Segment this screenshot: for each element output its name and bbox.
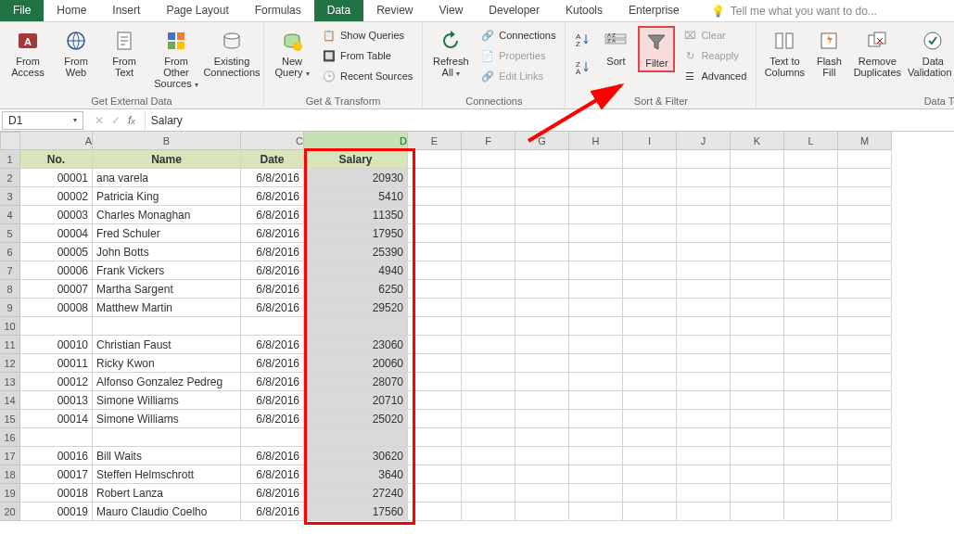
cell[interactable] <box>623 428 677 447</box>
cell[interactable] <box>838 280 892 299</box>
cell[interactable] <box>623 280 677 299</box>
row-14[interactable]: 14 <box>0 391 20 410</box>
cell-B3[interactable]: Patricia King <box>93 187 241 206</box>
cell-B6[interactable]: John Botts <box>93 243 241 261</box>
cell[interactable] <box>677 169 731 187</box>
cell[interactable] <box>408 428 462 447</box>
cell-C6[interactable]: 6/8/2016 <box>241 243 304 261</box>
refresh-all-button[interactable]: RefreshAll ▾ <box>428 26 473 82</box>
cell[interactable] <box>408 280 462 299</box>
cell[interactable] <box>408 410 462 428</box>
cell[interactable] <box>731 447 784 465</box>
cell[interactable] <box>462 373 515 391</box>
cell-C16[interactable] <box>241 428 304 447</box>
cell-C12[interactable]: 6/8/2016 <box>241 354 304 373</box>
cell[interactable] <box>408 206 462 224</box>
cell[interactable] <box>623 447 677 465</box>
cell[interactable] <box>462 150 515 169</box>
cell[interactable] <box>515 280 569 299</box>
cell-C18[interactable]: 6/8/2016 <box>241 465 304 484</box>
fx-icon[interactable]: fx <box>128 114 135 127</box>
cell[interactable] <box>838 447 892 465</box>
tell-me[interactable]: 💡 Tell me what you want to do... <box>693 0 877 21</box>
cell-A19[interactable]: 00018 <box>20 484 93 503</box>
name-box[interactable]: D1▾ <box>2 111 83 130</box>
cell[interactable] <box>462 261 515 280</box>
cell[interactable] <box>515 243 569 261</box>
advanced-filter-button[interactable]: ☰Advanced <box>679 67 750 85</box>
cell-D9[interactable]: 29520 <box>304 299 408 317</box>
cell-A7[interactable]: 00006 <box>20 261 93 280</box>
cell[interactable] <box>677 280 731 299</box>
cell[interactable] <box>462 280 515 299</box>
cell[interactable] <box>677 354 731 373</box>
cell[interactable] <box>569 299 623 317</box>
cell[interactable] <box>515 484 569 503</box>
cell-B14[interactable]: Simone Williams <box>93 391 241 410</box>
connections-button[interactable]: 🔗Connections <box>477 26 559 45</box>
col-C[interactable]: C <box>241 132 304 150</box>
cell[interactable] <box>838 373 892 391</box>
data-validation-button[interactable]: DataValidation ▾ <box>907 26 954 82</box>
cell[interactable] <box>462 410 515 428</box>
cell[interactable] <box>784 299 838 317</box>
cell-B8[interactable]: Martha Sargent <box>93 280 241 299</box>
cell[interactable] <box>569 428 623 447</box>
cell[interactable] <box>569 336 623 354</box>
cell-C1[interactable]: Date <box>241 150 304 169</box>
cell[interactable] <box>677 299 731 317</box>
tab-enterprise[interactable]: Enterprise <box>616 0 693 21</box>
show-queries-button[interactable]: 📋Show Queries <box>318 26 416 45</box>
cell[interactable] <box>515 410 569 428</box>
tab-formulas[interactable]: Formulas <box>242 0 314 21</box>
cell[interactable] <box>623 484 677 503</box>
from-access-button[interactable]: A FromAccess <box>6 26 50 80</box>
cell[interactable] <box>731 150 784 169</box>
cell-A13[interactable]: 00012 <box>20 373 93 391</box>
col-F[interactable]: F <box>462 132 515 150</box>
cell-D12[interactable]: 20060 <box>304 354 408 373</box>
cell[interactable] <box>731 187 784 206</box>
cell-D18[interactable]: 3640 <box>304 465 408 484</box>
row-5[interactable]: 5 <box>0 224 20 243</box>
cell-C11[interactable]: 6/8/2016 <box>241 336 304 354</box>
cell[interactable] <box>784 391 838 410</box>
cell-A17[interactable]: 00016 <box>20 447 93 465</box>
cell[interactable] <box>677 261 731 280</box>
cell[interactable] <box>515 169 569 187</box>
col-G[interactable]: G <box>515 132 569 150</box>
cell[interactable] <box>408 169 462 187</box>
cell-D20[interactable]: 17560 <box>304 503 408 521</box>
cell[interactable] <box>838 169 892 187</box>
cell-D8[interactable]: 6250 <box>304 280 408 299</box>
row-16[interactable]: 16 <box>0 428 20 447</box>
cell[interactable] <box>838 261 892 280</box>
cell-A18[interactable]: 00017 <box>20 465 93 484</box>
cell[interactable] <box>623 503 677 521</box>
cell-C13[interactable]: 6/8/2016 <box>241 373 304 391</box>
cell-A15[interactable]: 00014 <box>20 410 93 428</box>
cell-B18[interactable]: Steffen Helmschrott <box>93 465 241 484</box>
cell[interactable] <box>784 187 838 206</box>
cell[interactable] <box>515 224 569 243</box>
cell[interactable] <box>462 187 515 206</box>
check-icon[interactable]: ✓ <box>111 114 121 127</box>
cell[interactable] <box>838 410 892 428</box>
spreadsheet-grid[interactable]: A B C D E F G H I J K L M 1 No. Name Dat… <box>0 132 954 521</box>
cell[interactable] <box>623 224 677 243</box>
cell[interactable] <box>677 503 731 521</box>
remove-duplicates-button[interactable]: RemoveDuplicates <box>851 26 903 80</box>
cell[interactable] <box>731 280 784 299</box>
cell-C19[interactable]: 6/8/2016 <box>241 484 304 503</box>
cell-B10[interactable] <box>93 317 241 336</box>
cell[interactable] <box>462 224 515 243</box>
cell[interactable] <box>408 150 462 169</box>
cell[interactable] <box>408 187 462 206</box>
cell[interactable] <box>677 428 731 447</box>
cell-B2[interactable]: ana varela <box>93 169 241 187</box>
cell-A5[interactable]: 00004 <box>20 224 93 243</box>
cell[interactable] <box>677 391 731 410</box>
cell[interactable] <box>623 187 677 206</box>
cell-D17[interactable]: 30620 <box>304 447 408 465</box>
cell-B16[interactable] <box>93 428 241 447</box>
